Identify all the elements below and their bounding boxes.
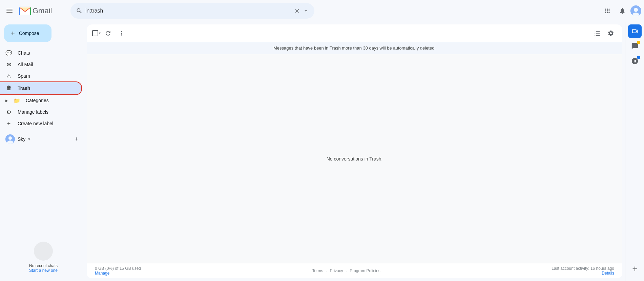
- svg-rect-2: [6, 13, 13, 13]
- storage-text: 0 GB (0%) of 15 GB used: [95, 266, 141, 271]
- compose-label: Compose: [19, 31, 39, 36]
- start-new-link[interactable]: Start a new one: [29, 268, 58, 273]
- sidebar-item-trash[interactable]: 🗑 Trash: [0, 82, 81, 94]
- select-checkbox[interactable]: [92, 30, 98, 36]
- compose-button[interactable]: + Compose: [4, 24, 51, 42]
- avatar-button[interactable]: [630, 5, 641, 16]
- spam-label: Spam: [18, 73, 30, 79]
- sidebar-item-all-mail[interactable]: ✉ All Mail: [0, 59, 81, 70]
- sidebar-item-spam[interactable]: ⚠ Spam: [0, 71, 81, 81]
- spaces-badge: [637, 56, 640, 59]
- search-options-button[interactable]: [303, 8, 309, 14]
- menu-button[interactable]: [3, 4, 16, 18]
- chats-label: Chats: [18, 50, 30, 56]
- select-dropdown-arrow[interactable]: ▾: [99, 31, 101, 35]
- details-link[interactable]: Details: [602, 271, 614, 276]
- view-toggle-button[interactable]: [591, 27, 603, 39]
- footer-center: Terms · Privacy · Program Policies: [312, 268, 380, 273]
- privacy-link[interactable]: Privacy: [330, 268, 343, 273]
- chat-placeholder-avatar: [34, 242, 53, 261]
- right-panel: [625, 22, 644, 281]
- manage-link[interactable]: Manage: [95, 271, 109, 276]
- toolbar: ▾: [87, 24, 622, 42]
- notifications-button[interactable]: [616, 4, 629, 18]
- trash-label: Trash: [18, 86, 30, 91]
- gmail-logo: Gmail: [19, 5, 52, 17]
- sidebar: + Compose 💬 Chats ✉ All Mail ⚠ Spam 🗑 Tr…: [0, 22, 87, 281]
- svg-rect-0: [6, 9, 13, 10]
- footer-left: 0 GB (0%) of 15 GB used Manage: [95, 266, 141, 276]
- apps-button[interactable]: [601, 4, 614, 18]
- footer-right: Last account activity: 16 hours ago Deta…: [552, 266, 614, 276]
- footer: 0 GB (0%) of 15 GB used Manage Terms · P…: [87, 263, 622, 278]
- compose-plus-icon: +: [11, 30, 15, 37]
- empty-state: No conversations in Trash.: [87, 54, 622, 263]
- spam-icon: ⚠: [5, 73, 12, 79]
- all-mail-icon: ✉: [5, 61, 12, 68]
- sidebar-item-chats[interactable]: 💬 Chats: [0, 48, 81, 58]
- more-options-button[interactable]: [116, 27, 128, 39]
- manage-labels-icon: ⚙: [5, 109, 12, 115]
- sidebar-item-manage-labels[interactable]: ⚙ Manage labels: [0, 107, 81, 117]
- search-bar: [70, 3, 314, 19]
- user-name: Sky: [18, 136, 25, 142]
- chats-icon: 💬: [5, 50, 12, 56]
- all-mail-label: All Mail: [18, 62, 33, 67]
- search-clear-button[interactable]: [294, 8, 300, 14]
- empty-state-text: No conversations in Trash.: [327, 156, 383, 162]
- gmail-logo-icon: [19, 5, 31, 17]
- user-avatar: [5, 134, 15, 144]
- toolbar-right: [591, 27, 617, 39]
- search-input[interactable]: [85, 8, 291, 14]
- categories-folder-icon: 📁: [14, 97, 20, 104]
- meet-button[interactable]: [628, 24, 642, 38]
- svg-point-5: [634, 8, 638, 12]
- last-activity-text: Last account activity: 16 hours ago: [552, 266, 614, 271]
- chat-panel-button[interactable]: [628, 39, 642, 53]
- add-panel-button[interactable]: [628, 262, 642, 276]
- program-policies-link[interactable]: Program Policies: [350, 268, 380, 273]
- categories-expand-icon: ▶: [5, 99, 8, 102]
- create-label-label: Create new label: [18, 121, 53, 126]
- manage-labels-label: Manage labels: [18, 109, 48, 115]
- refresh-button[interactable]: [102, 27, 114, 39]
- user-dropdown-icon: ▾: [28, 137, 30, 142]
- search-button[interactable]: [76, 7, 83, 14]
- dot1: ·: [326, 268, 327, 273]
- sidebar-user-section: Sky ▾ +: [0, 133, 87, 145]
- email-main: ▾ Messages that have been in Tr: [87, 24, 622, 278]
- sidebar-item-create-label[interactable]: + Create new label: [0, 118, 81, 129]
- topbar-right: [601, 4, 641, 18]
- dot2: ·: [346, 268, 347, 273]
- info-banner-text: Messages that have been in Trash more th…: [273, 45, 436, 51]
- spaces-button[interactable]: [628, 54, 642, 68]
- terms-link[interactable]: Terms: [312, 268, 323, 273]
- create-label-icon: +: [5, 120, 12, 127]
- gmail-text: Gmail: [33, 6, 52, 15]
- svg-point-8: [8, 136, 12, 140]
- no-recent-chats-text: No recent chats: [29, 263, 58, 268]
- select-checkbox-wrapper[interactable]: ▾: [92, 30, 101, 36]
- chat-section: No recent chats Start a new one: [0, 145, 87, 281]
- info-banner: Messages that have been in Trash more th…: [87, 42, 622, 54]
- categories-label: Categories: [26, 98, 49, 103]
- svg-rect-1: [6, 11, 13, 11]
- chat-badge: [637, 41, 640, 44]
- settings-button[interactable]: [605, 27, 617, 39]
- sidebar-item-categories[interactable]: ▶ 📁 Categories: [0, 95, 81, 106]
- add-account-button[interactable]: +: [72, 134, 81, 144]
- trash-icon: 🗑: [5, 85, 12, 91]
